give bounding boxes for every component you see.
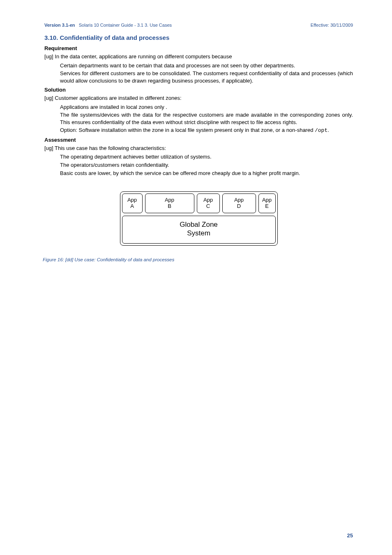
requirement-item: Certain departments want to be certain t… bbox=[60, 62, 353, 69]
requirement-heading: Requirement bbox=[44, 45, 353, 51]
apps-row: AppA AppB AppC AppD AppE bbox=[122, 193, 276, 213]
version-label: Version 3.1-en bbox=[44, 23, 75, 28]
solution-item: Option: Software installation within the… bbox=[60, 127, 353, 134]
doc-title: Solaris 10 Container Guide - 3.1 3. Use … bbox=[76, 23, 172, 28]
requirement-intro: [ug] In the data center, applications ar… bbox=[44, 53, 353, 60]
app-box-b: AppB bbox=[145, 193, 194, 213]
header-left: Version 3.1-en Solaris 10 Container Guid… bbox=[44, 23, 172, 28]
page-number: 25 bbox=[347, 532, 353, 539]
app-box-e: AppE bbox=[258, 193, 276, 213]
app-box-a: AppA bbox=[122, 193, 143, 213]
solution-list: Applications are installed in local zone… bbox=[60, 104, 353, 134]
global-zone-box: Global ZoneSystem bbox=[122, 216, 276, 244]
section-title: 3.10. Confidentiality of data and proces… bbox=[44, 34, 353, 41]
solution-item: The file systems/devices with the data f… bbox=[60, 111, 353, 126]
header-effective: Effective: 30/11/2009 bbox=[311, 23, 353, 28]
solution-intro: [ug] Customer applications are installed… bbox=[44, 94, 353, 102]
solution-heading: Solution bbox=[44, 87, 353, 93]
solution-item: Applications are installed in local zone… bbox=[60, 104, 353, 111]
assessment-list: The operating department achieves better… bbox=[60, 153, 353, 177]
app-box-d: AppD bbox=[222, 193, 256, 213]
assessment-item: The operators/customers retain confident… bbox=[60, 161, 353, 169]
page: Version 3.1-en Solaris 10 Container Guid… bbox=[0, 0, 392, 555]
page-header: Version 3.1-en Solaris 10 Container Guid… bbox=[44, 23, 353, 28]
figure-caption: Figure 16: [dd] Use case: Confidentialit… bbox=[43, 257, 353, 262]
assessment-heading: Assessment bbox=[44, 137, 353, 143]
zone-outer-box: AppA AppB AppC AppD AppE Global ZoneSyst… bbox=[120, 191, 278, 246]
requirement-item: Services for different customers are to … bbox=[60, 70, 353, 84]
assessment-intro: [ug] This use case has the following cha… bbox=[44, 145, 353, 152]
assessment-item: The operating department achieves better… bbox=[60, 153, 353, 161]
app-box-c: AppC bbox=[197, 193, 220, 213]
assessment-item: Basic costs are lower, by which the serv… bbox=[60, 170, 353, 177]
code-opt: /opt bbox=[315, 127, 327, 134]
diagram: AppA AppB AppC AppD AppE Global ZoneSyst… bbox=[120, 191, 278, 246]
requirement-list: Certain departments want to be certain t… bbox=[60, 62, 353, 85]
